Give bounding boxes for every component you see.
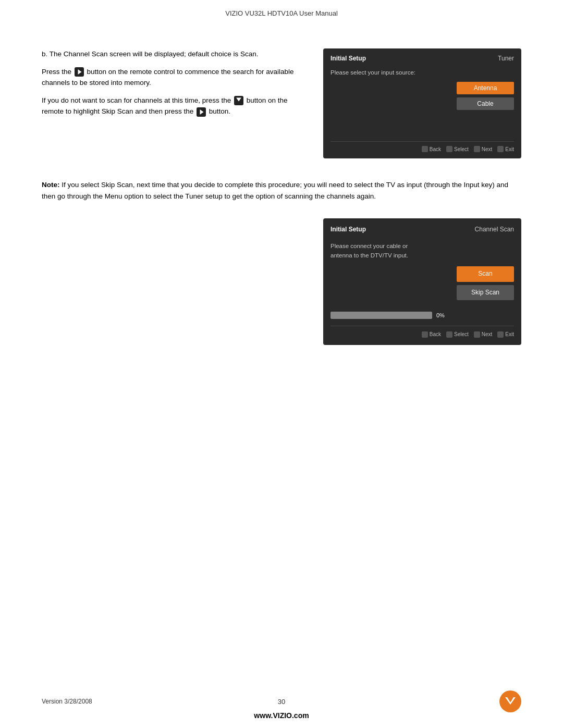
para2-prefix: Press the — [42, 68, 71, 76]
tv1-footer-exit: Exit — [497, 146, 514, 152]
vizio-logo — [499, 690, 521, 712]
tv1-footer-select: Select — [446, 146, 469, 152]
tv2-header-right: Channel Scan — [475, 225, 514, 235]
play-icon — [75, 67, 84, 77]
para2: Press the button on the remote control t… — [42, 66, 302, 89]
tv1-header-left: Initial Setup — [331, 55, 366, 62]
note-label: Note: — [42, 181, 60, 189]
note-paragraph: Note: If you select Skip Scan, next time… — [42, 179, 521, 203]
footer-url: www.VIZIO.com — [254, 711, 309, 720]
section-top: b. The Channel Scan screen will be displ… — [42, 48, 521, 158]
tv-screen-1-header: Initial Setup Tuner — [331, 55, 514, 62]
progress-bar-container — [331, 312, 432, 319]
progress-percent: 0% — [436, 311, 445, 320]
next-icon-1 — [474, 146, 480, 152]
back-icon-2 — [422, 331, 428, 338]
tv1-footer-back: Back — [422, 146, 441, 152]
para1: b. The Channel Scan screen will be displ… — [42, 48, 302, 60]
footer-version: Version 3/28/2008 — [42, 698, 202, 705]
tv1-input-label: Please select your input source: — [331, 69, 514, 76]
tv1-footer-next: Next — [474, 146, 493, 152]
footer-url-container: www.VIZIO.com — [0, 711, 563, 720]
tv1-header-right: Tuner — [498, 55, 514, 62]
tv2-option-scan[interactable]: Scan — [457, 266, 514, 282]
tv2-input-label: Please connect your cable orantenna to t… — [331, 242, 514, 260]
tv1-option-antenna[interactable]: Antenna — [457, 82, 514, 94]
tv2-footer-next: Next — [474, 330, 493, 339]
tv-screen-1: Initial Setup Tuner Please select your i… — [323, 48, 521, 158]
select-icon-1 — [446, 146, 452, 152]
para3-prefix: If you do not want to scan for channels … — [42, 96, 231, 104]
exit-icon-1 — [497, 146, 504, 152]
page-footer: Version 3/28/2008 30 — [0, 690, 563, 712]
tv2-header: Initial Setup Channel Scan — [331, 225, 514, 235]
note-section: Note: If you select Skip Scan, next time… — [42, 179, 521, 345]
progress-row: 0% — [331, 311, 514, 320]
tv2-footer-back: Back — [422, 330, 441, 339]
footer-right — [361, 690, 521, 712]
tv2-footer-select: Select — [446, 330, 469, 339]
tv2-option-skipscan[interactable]: Skip Scan — [457, 285, 514, 301]
tv1-option-cable[interactable]: Cable — [457, 97, 514, 110]
page-header: VIZIO VU32L HDTV10A User Manual — [0, 0, 563, 22]
tv-screen-2: Initial Setup Channel Scan Please connec… — [323, 218, 521, 346]
para3-end: button. — [209, 107, 230, 115]
tv1-options: Antenna Cable — [331, 82, 514, 110]
tv2-header-left: Initial Setup — [331, 225, 366, 235]
tv1-footer: Back Select Next Exit — [331, 141, 514, 152]
manual-title: VIZIO VU32L HDTV10A User Manual — [225, 9, 338, 17]
next-icon-2 — [474, 331, 480, 338]
para3: If you do not want to scan for channels … — [42, 95, 302, 117]
tv2-footer: Back Select Next Exit — [331, 326, 514, 339]
vizio-logo-icon — [504, 695, 517, 708]
exit-icon-2 — [497, 331, 504, 338]
footer-page-number: 30 — [202, 698, 362, 706]
svg-marker-0 — [505, 697, 516, 705]
tv2-footer-exit: Exit — [497, 330, 514, 339]
back-icon-1 — [422, 146, 428, 152]
down-icon-1 — [234, 96, 243, 105]
note-text: If you select Skip Scan, next time that … — [42, 181, 508, 200]
section-scan: Initial Setup Channel Scan Please connec… — [42, 218, 521, 346]
select-icon-2 — [446, 331, 452, 338]
section-text: b. The Channel Scan screen will be displ… — [42, 48, 302, 158]
play-icon-2 — [197, 107, 206, 117]
tv2-options: Scan Skip Scan — [331, 266, 514, 301]
